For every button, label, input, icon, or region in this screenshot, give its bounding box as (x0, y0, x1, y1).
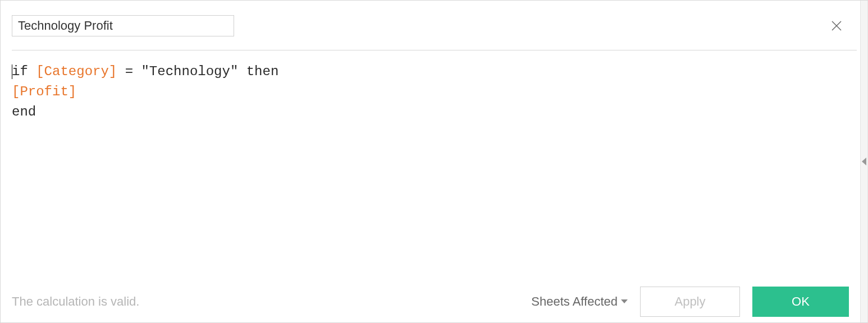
expand-handle[interactable] (860, 155, 868, 168)
dialog-footer: The calculation is valid. Sheets Affecte… (1, 287, 860, 317)
validation-status: The calculation is valid. (12, 294, 139, 309)
ok-button[interactable]: OK (752, 287, 849, 317)
sheets-affected-dropdown[interactable]: Sheets Affected (531, 294, 628, 309)
field-category: [Category] (36, 64, 117, 79)
field-name-input[interactable] (12, 15, 234, 36)
sheets-affected-label: Sheets Affected (531, 294, 618, 309)
close-button[interactable] (829, 18, 844, 34)
field-profit: [Profit] (12, 84, 76, 99)
calculated-field-dialog: if [Category] = "Technology" then [Profi… (0, 0, 868, 323)
keyword-then: then (238, 64, 278, 79)
dialog-header (1, 1, 868, 36)
keyword-if: if (12, 64, 36, 79)
caret-down-icon (621, 299, 628, 304)
operator-eq: = (117, 64, 141, 79)
triangle-left-icon (861, 158, 867, 165)
apply-button[interactable]: Apply (640, 287, 740, 317)
formula-editor[interactable]: if [Category] = "Technology" then [Profi… (1, 50, 868, 122)
close-icon (830, 20, 843, 32)
keyword-end: end (12, 104, 36, 119)
string-literal: "Technology" (141, 64, 238, 79)
footer-actions: Sheets Affected Apply OK (531, 287, 849, 317)
